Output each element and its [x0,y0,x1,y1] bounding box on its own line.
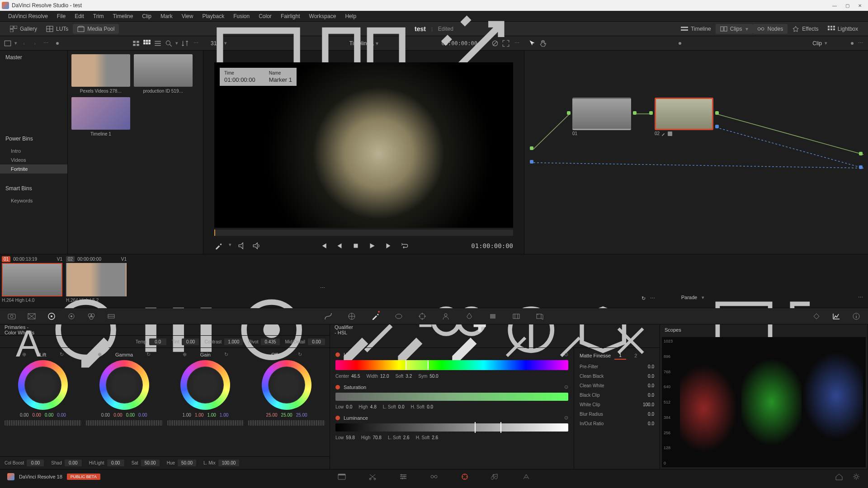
timeline-toggle[interactable]: Timeline [676,24,716,34]
node-input-port[interactable] [567,111,571,115]
scope-canvas[interactable]: 1023 896 768 640 512 384 256 128 0 [662,337,866,467]
hue-soft[interactable]: 3.2 [406,374,412,379]
menu-mark[interactable]: Mark [156,11,177,21]
lum-high[interactable]: 70.8 [373,435,381,440]
hue-sym[interactable]: 50.0 [429,374,438,379]
window-tool-icon[interactable] [394,312,403,321]
fusion-page-icon[interactable] [429,473,439,481]
more-icon[interactable]: ⋯ [856,39,864,47]
magic-mask-icon[interactable] [441,312,450,321]
qualifier-tool-icon[interactable] [371,312,380,321]
sat-low[interactable]: 0.0 [346,404,352,409]
node-01[interactable]: 01 [572,98,631,136]
middetail-value[interactable]: 0.00 [308,338,325,345]
offset-jog[interactable] [248,420,325,426]
lift-jog[interactable] [5,420,81,426]
matte-tab-1[interactable]: 1 [614,352,626,360]
menu-file[interactable]: File [52,11,70,21]
hue-center[interactable]: 46.5 [351,374,360,379]
edit-page-icon[interactable] [399,473,408,481]
sort-icon[interactable] [181,39,189,47]
clips-toggle[interactable]: Clips ▾ [716,24,753,34]
nodes-toggle[interactable]: Nodes [753,24,788,34]
node-mode-dropdown[interactable]: Clip [812,40,822,47]
bin-intro[interactable]: Intro [0,146,67,155]
node-output-port[interactable] [715,111,719,115]
scopes-icon[interactable] [832,312,841,321]
lift-wheel[interactable] [18,360,68,410]
gamma-g[interactable]: 0.00 [126,413,135,418]
offset-b[interactable]: 25.00 [296,413,307,418]
effects-toggle[interactable]: Effects [788,24,823,34]
lum-hsoft[interactable]: 2.6 [432,435,438,440]
info-icon[interactable] [852,312,861,321]
gamma-y[interactable]: 0.00 [101,413,110,418]
3d-icon[interactable] [535,312,544,321]
sat-high[interactable]: 4.8 [370,404,377,409]
reset-icon[interactable]: ⊙ [564,352,568,357]
list-view-icon[interactable] [154,39,162,47]
camera-raw-icon[interactable] [7,312,16,321]
sat-hsoft[interactable]: 0.0 [427,404,433,409]
gain-b[interactable]: 1.00 [220,413,228,418]
gain-r[interactable]: 1.00 [195,413,203,418]
offset-r[interactable]: 25.00 [266,413,278,418]
gamma-jog[interactable] [86,420,163,426]
nav-back-icon[interactable]: ‹ [20,39,28,47]
reset-icon[interactable]: ⊙ [564,384,568,390]
graph-input-port[interactable] [530,146,533,150]
lum-low[interactable]: 59.8 [346,435,354,440]
powerbins-header[interactable]: Power Bins [0,132,67,145]
more-icon[interactable]: ⋯ [192,39,200,47]
stop-button[interactable] [352,242,360,250]
first-frame-button[interactable] [319,242,327,250]
matte-tab-2[interactable]: 2 [630,352,642,359]
more-icon[interactable]: ⋯ [42,39,50,47]
lum-lsoft[interactable]: 2.6 [403,435,410,440]
menu-trim[interactable]: Trim [89,11,108,21]
window-close-button[interactable]: ✕ [854,1,866,10]
hue-enable-dot[interactable] [335,352,340,357]
cleanblack-value[interactable]: 0.0 [648,374,654,379]
hue-value[interactable]: 50.00 [178,460,196,466]
gamma-r[interactable]: 0.00 [113,413,122,418]
grid-view-icon[interactable] [143,39,151,47]
gain-y[interactable]: 1.00 [182,413,191,418]
lum-strip[interactable] [335,423,568,432]
reset-icon[interactable]: ↻ [224,352,228,357]
loop-button[interactable] [401,242,409,250]
hand-tool-icon[interactable] [539,39,547,47]
mediapool-toggle[interactable]: Media Pool [73,24,119,34]
node-alpha-output-port[interactable] [715,125,719,128]
reset-icon[interactable]: ⊙ [564,415,568,421]
wheels-icon[interactable] [47,312,56,321]
settings-icon[interactable] [852,473,861,481]
menu-edit[interactable]: Edit [70,11,89,21]
unmix-icon[interactable] [238,242,246,250]
colboost-value[interactable]: 0.00 [27,460,44,466]
window-minimize-button[interactable]: — [828,1,841,10]
gamma-wheel[interactable] [99,360,149,410]
sat-value[interactable]: 50.00 [141,460,160,466]
reset-icon[interactable]: ↻ [60,352,64,357]
bin-fortnite[interactable]: Fortnite [0,164,67,174]
sat-enable-dot[interactable] [335,385,340,389]
curves-icon[interactable] [324,312,333,321]
key-icon[interactable] [488,312,497,321]
node-input-port[interactable] [649,111,653,115]
viewer-canvas[interactable]: Time 01:00:00:00 Name Marker 1 [214,62,513,228]
search-icon[interactable] [165,39,173,47]
graph-output-port[interactable] [859,152,863,155]
whiteclip-value[interactable]: 100.0 [643,402,654,407]
luts-toggle[interactable]: LUTs [42,24,73,34]
hilight-value[interactable]: 0.00 [107,460,124,466]
lift-r[interactable]: 0.00 [32,413,41,418]
play-button[interactable] [368,242,376,250]
sat-lsoft[interactable]: 0.0 [398,404,405,409]
graph-alpha-output-port[interactable] [859,165,863,169]
menu-clip[interactable]: Clip [137,11,156,21]
hue-width[interactable]: 12.0 [380,374,389,379]
node-output-port[interactable] [633,111,637,115]
nav-fwd-icon[interactable]: › [31,39,39,47]
master-bin[interactable]: Master [0,51,67,64]
